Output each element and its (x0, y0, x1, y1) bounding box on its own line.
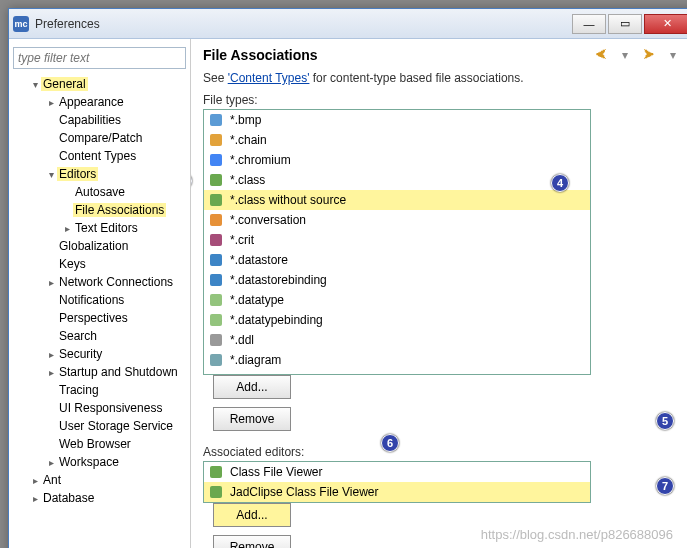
filetype-icon (208, 112, 224, 128)
filetype-row[interactable]: *.datastorebinding (204, 270, 590, 290)
tree-item[interactable]: ▸Security (13, 345, 186, 363)
filetype-row[interactable]: *.datastore (204, 250, 590, 270)
editor-row[interactable]: Class File Viewer (204, 462, 590, 482)
maximize-button[interactable]: ▭ (608, 14, 642, 34)
filetype-row[interactable]: *.conversation (204, 210, 590, 230)
filetype-label: *.datastore (230, 253, 288, 267)
expander-icon[interactable]: ▸ (45, 277, 57, 288)
expander-icon[interactable]: ▸ (29, 493, 41, 504)
tree-item[interactable]: Keys (13, 255, 186, 273)
expander-icon[interactable]: ▸ (29, 475, 41, 486)
filetype-icon (208, 192, 224, 208)
filetype-icon (208, 332, 224, 348)
filetype-label: *.chromium (230, 153, 291, 167)
expander-icon[interactable]: ▸ (45, 349, 57, 360)
svg-rect-5 (210, 214, 222, 226)
tree-item[interactable]: ▾General (13, 75, 186, 93)
back-icon[interactable]: ⮜ (592, 47, 610, 63)
editor-row[interactable]: JadClipse Class File Viewer (204, 482, 590, 502)
expander-icon[interactable]: ▾ (45, 169, 57, 180)
tree-item[interactable]: Web Browser (13, 435, 186, 453)
filetype-row[interactable]: *.datatype (204, 290, 590, 310)
annotation-badge-5: 5 (656, 412, 674, 430)
tree-label: Network Connections (57, 275, 175, 289)
associated-editors-label: Associated editors: (203, 445, 682, 459)
filetypes-remove-button[interactable]: Remove (213, 407, 291, 431)
filetypes-list[interactable]: *.bmp*.chain*.chromium*.class*.class wit… (203, 109, 591, 375)
tree-item[interactable]: Globalization (13, 237, 186, 255)
filetype-row[interactable]: *.class (204, 170, 590, 190)
minimize-button[interactable]: — (572, 14, 606, 34)
forward-menu-icon[interactable]: ▾ (664, 47, 682, 63)
tree-item[interactable]: Autosave (13, 183, 186, 201)
tree-item[interactable]: ▸Workspace (13, 453, 186, 471)
filetype-row[interactable]: *.class without source (204, 190, 590, 210)
expander-icon[interactable]: ▸ (45, 457, 57, 468)
filetype-row[interactable]: *.bmp (204, 110, 590, 130)
tree-label: Startup and Shutdown (57, 365, 180, 379)
editors-remove-button[interactable]: Remove (213, 535, 291, 548)
svg-rect-10 (210, 314, 222, 326)
expander-icon[interactable]: ▸ (45, 97, 57, 108)
tree-item[interactable]: ▾Editors (13, 165, 186, 183)
editors-add-button[interactable]: Add... (213, 503, 291, 527)
main-panel: File Associations ⮜ ▾ ⮞ ▾ See 'Content T… (191, 39, 687, 548)
tree-item[interactable]: Content Types (13, 147, 186, 165)
filetype-row[interactable]: *.chromium (204, 150, 590, 170)
tree-item[interactable]: Notifications (13, 291, 186, 309)
filetype-row[interactable]: *.crit (204, 230, 590, 250)
tree-item[interactable]: Tracing (13, 381, 186, 399)
filetype-icon (208, 152, 224, 168)
editor-label: JadClipse Class File Viewer (230, 485, 379, 499)
expander-icon[interactable]: ▸ (45, 367, 57, 378)
close-button[interactable]: ✕ (644, 14, 687, 34)
filetype-icon (208, 252, 224, 268)
tree-item[interactable]: Search (13, 327, 186, 345)
window-title: Preferences (35, 17, 570, 31)
filetype-row[interactable]: *.datatypebinding (204, 310, 590, 330)
back-menu-icon[interactable]: ▾ (616, 47, 634, 63)
filetype-row[interactable]: *.chain (204, 130, 590, 150)
filter-input[interactable] (13, 47, 186, 69)
tree-item[interactable]: ▸Text Editors (13, 219, 186, 237)
filetype-row[interactable]: *.diagram (204, 350, 590, 370)
tree-item[interactable]: UI Responsiveness (13, 399, 186, 417)
forward-icon[interactable]: ⮞ (640, 47, 658, 63)
tree-item[interactable]: Perspectives (13, 309, 186, 327)
filetype-icon (208, 232, 224, 248)
tree-item[interactable]: Capabilities (13, 111, 186, 129)
filetype-row[interactable]: *.ddl (204, 330, 590, 350)
tree-item[interactable]: User Storage Service (13, 417, 186, 435)
svg-rect-6 (210, 234, 222, 246)
tree-item[interactable]: ▸Database (13, 489, 186, 507)
content-types-link[interactable]: 'Content Types' (228, 71, 310, 85)
tree-item[interactable]: Compare/Patch (13, 129, 186, 147)
filetype-icon (208, 352, 224, 368)
tree-item[interactable]: ▸Startup and Shutdown (13, 363, 186, 381)
tree-label: Web Browser (57, 437, 133, 451)
window-body: ▾General▸AppearanceCapabilitiesCompare/P… (9, 39, 687, 548)
filetype-icon (208, 292, 224, 308)
filetype-label: *.bmp (230, 113, 261, 127)
tree-label: Appearance (57, 95, 126, 109)
tree-item[interactable]: ▸Network Connections (13, 273, 186, 291)
tree-item[interactable]: File Associations (13, 201, 186, 219)
filetype-label: *.ddl (230, 333, 254, 347)
annotation-badge-4: 4 (551, 174, 569, 192)
tree-label: Workspace (57, 455, 121, 469)
tree-label: Globalization (57, 239, 130, 253)
app-icon: mc (13, 16, 29, 32)
preference-tree: ▾General▸AppearanceCapabilitiesCompare/P… (13, 75, 186, 507)
associated-editors-list[interactable]: Class File ViewerJadClipse Class File Vi… (203, 461, 591, 503)
svg-rect-11 (210, 334, 222, 346)
tree-item[interactable]: ▸Appearance (13, 93, 186, 111)
svg-rect-13 (210, 466, 222, 478)
editor-icon (208, 464, 224, 480)
tree-item[interactable]: ▸Ant (13, 471, 186, 489)
filetype-icon (208, 132, 224, 148)
filetype-label: *.datastorebinding (230, 273, 327, 287)
expander-icon[interactable]: ▸ (61, 223, 73, 234)
expander-icon[interactable]: ▾ (29, 79, 41, 90)
preferences-window: mc Preferences — ▭ ✕ ▾General▸Appearance… (8, 8, 687, 548)
filetypes-add-button[interactable]: Add... (213, 375, 291, 399)
